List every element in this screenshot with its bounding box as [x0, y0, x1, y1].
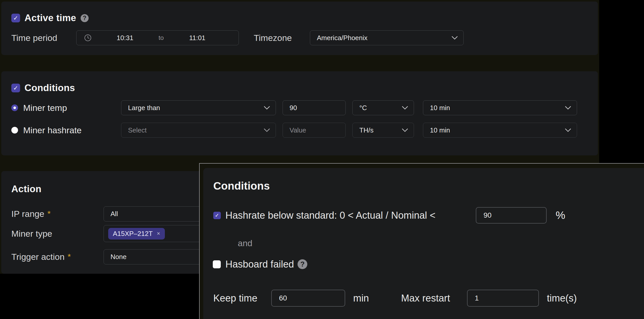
max-restart-input[interactable] — [467, 290, 539, 307]
hashboard-help-icon[interactable]: ? — [298, 259, 307, 269]
miner-temp-radio[interactable] — [11, 104, 18, 111]
time-separator: to — [159, 34, 164, 41]
conditions-dialog: Conditions ✓ Hashrate below standard: 0 … — [199, 163, 644, 319]
check-icon: ✓ — [13, 15, 18, 21]
miner-type-tag-label: A15XP–212T — [113, 230, 153, 238]
chevron-down-icon — [402, 128, 408, 132]
miner-hashrate-label: Miner hashrate — [23, 125, 82, 135]
hashrate-rule-input[interactable] — [476, 207, 547, 224]
keep-time-input[interactable] — [271, 290, 345, 307]
temp-value-input[interactable] — [283, 100, 346, 115]
trigger-action-label: Trigger action * — [11, 249, 71, 264]
action-title: Action — [11, 184, 41, 194]
hashboard-rule-label: Hasboard failed — [225, 259, 294, 270]
check-icon: ✓ — [13, 85, 18, 91]
hashrate-comparator-select[interactable]: Select — [121, 123, 276, 138]
hashrate-rule-suffix: % — [556, 207, 565, 224]
chevron-down-icon — [452, 36, 458, 40]
trigger-action-value: None — [111, 253, 126, 261]
chevron-down-icon — [264, 128, 270, 132]
clock-icon — [84, 34, 91, 41]
miner-type-label: Miner type — [11, 225, 52, 242]
miner-temp-label: Miner temp — [23, 103, 67, 113]
check-icon: ✓ — [215, 213, 219, 218]
hashboard-rule-checkbox[interactable] — [213, 260, 221, 268]
conditions-checkbox[interactable]: ✓ — [11, 84, 20, 92]
tag-close-icon[interactable]: × — [157, 230, 160, 237]
hashrate-unit-select[interactable]: TH/s — [352, 123, 414, 138]
chevron-down-icon — [264, 106, 270, 110]
timezone-value: America/Phoenix — [317, 34, 368, 42]
temp-duration-value: 10 min — [430, 104, 450, 112]
ip-range-value: All — [111, 210, 118, 218]
time-range-picker[interactable]: 10:31 to 11:01 — [76, 30, 239, 45]
hashboard-rule-row: Hasboard failed ? — [213, 255, 307, 273]
timezone-label: Timezone — [254, 30, 292, 45]
temp-comparator-value: Large than — [128, 104, 160, 112]
hashrate-rule-label: Hashrate below standard: 0 < Actual / No… — [225, 210, 435, 221]
condition-connector: and — [238, 238, 252, 248]
time-start[interactable]: 10:31 — [91, 34, 159, 42]
conditions-title: Conditions — [24, 83, 75, 93]
active-time-panel: ✓ Active time ? Time period 10:31 to 11:… — [1, 2, 598, 55]
miner-hashrate-radio[interactable] — [11, 127, 18, 134]
time-period-label: Time period — [11, 30, 57, 45]
miner-temp-radio-row[interactable]: Miner temp — [11, 100, 67, 115]
temp-comparator-select[interactable]: Large than — [121, 100, 276, 115]
active-time-header: ✓ Active time ? — [11, 12, 89, 24]
hashrate-rule-checkbox[interactable]: ✓ — [213, 212, 221, 219]
active-time-help-icon[interactable]: ? — [81, 14, 89, 22]
active-time-checkbox[interactable]: ✓ — [11, 14, 20, 22]
max-restart-unit: time(s) — [547, 290, 577, 307]
chevron-down-icon — [565, 128, 571, 132]
hashrate-value-input[interactable] — [283, 123, 346, 138]
conditions-header: ✓ Conditions — [11, 83, 75, 93]
hashrate-duration-select[interactable]: 10 min — [423, 123, 577, 138]
temp-duration-select[interactable]: 10 min — [423, 100, 577, 115]
hashrate-unit-value: TH/s — [359, 126, 374, 134]
miner-hashrate-radio-row[interactable]: Miner hashrate — [11, 123, 82, 138]
chevron-down-icon — [565, 106, 571, 110]
chevron-down-icon — [402, 106, 408, 110]
miner-type-tag: A15XP–212T × — [108, 228, 165, 240]
timezone-select[interactable]: America/Phoenix — [310, 30, 464, 45]
conditions-panel: ✓ Conditions Miner temp Large than °C 10… — [1, 71, 598, 155]
active-time-title: Active time — [24, 13, 76, 23]
ip-range-label: IP range * — [11, 206, 50, 221]
keep-time-unit: min — [353, 290, 369, 307]
required-asterisk: * — [47, 209, 50, 219]
temp-unit-select[interactable]: °C — [352, 100, 414, 115]
keep-time-label: Keep time — [213, 290, 257, 307]
dialog-title: Conditions — [213, 180, 270, 192]
hashrate-duration-value: 10 min — [430, 126, 450, 134]
max-restart-label: Max restart — [401, 290, 450, 307]
hashrate-rule-row: ✓ Hashrate below standard: 0 < Actual / … — [213, 207, 435, 224]
hashrate-comparator-placeholder: Select — [128, 126, 147, 134]
time-end[interactable]: 11:01 — [164, 34, 231, 42]
temp-unit-value: °C — [359, 104, 367, 112]
required-asterisk: * — [68, 252, 71, 262]
